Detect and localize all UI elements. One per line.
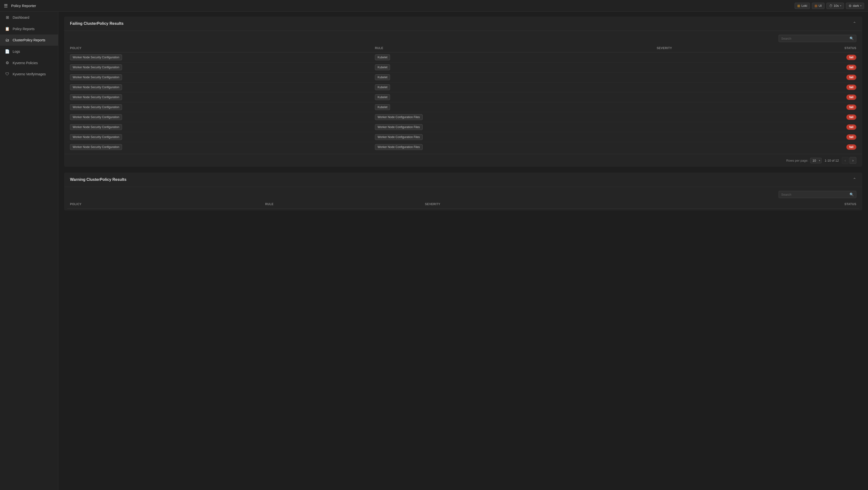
warning-col-status: Status xyxy=(660,200,859,209)
loki-label: Loki xyxy=(801,4,807,7)
rule-tag: Worker Node Configuration Files xyxy=(375,134,423,140)
clusterpolicy-reports-icon: 🗂 xyxy=(5,38,10,42)
ui-icon: ⊞ xyxy=(814,4,817,8)
status-badge: fail xyxy=(846,95,856,100)
policy-tag: Worker Node Security Configuration xyxy=(70,84,122,90)
sidebar-item-clusterpolicy-reports[interactable]: 🗂 ClusterPolicy Reports xyxy=(0,34,58,46)
warning-section: Warning ClusterPolicy Results ⌃ 🔍 Policy… xyxy=(64,173,862,211)
loki-icon: ⊞ xyxy=(797,4,800,8)
sidebar-item-dashboard[interactable]: ⊞ Dashboard xyxy=(0,12,58,23)
policy-cell: Worker Node Security Configuration xyxy=(67,92,372,102)
status-badge: fail xyxy=(846,74,856,80)
failing-pagination: Rows per page: 10 25 50 1-10 of 12 ‹ › xyxy=(64,154,862,167)
failing-search-input[interactable] xyxy=(781,37,849,40)
loki-chip[interactable]: ⊞ Loki xyxy=(795,3,810,9)
status-cell: fail xyxy=(766,62,859,72)
status-badge: fail xyxy=(846,115,856,120)
severity-cell xyxy=(654,53,766,62)
status-badge: fail xyxy=(846,104,856,110)
status-badge: fail xyxy=(846,134,856,140)
table-row: Worker Node Security Configuration Worke… xyxy=(67,142,859,152)
clock-icon: ⏱ xyxy=(829,4,833,8)
dashboard-icon: ⊞ xyxy=(5,15,10,20)
warning-section-header: Warning ClusterPolicy Results ⌃ xyxy=(64,173,862,187)
status-cell: fail xyxy=(766,92,859,102)
failing-collapse-icon[interactable]: ⌃ xyxy=(853,21,856,26)
rule-cell: Kubelet xyxy=(372,72,654,82)
policy-cell: Worker Node Security Configuration xyxy=(67,132,372,142)
policy-tag: Worker Node Security Configuration xyxy=(70,55,122,60)
severity-cell xyxy=(654,132,766,142)
interval-label: 10s xyxy=(834,4,839,7)
sidebar-item-kyverno-verifyimages[interactable]: 🛡 Kyverno VerifyImages xyxy=(0,68,58,80)
rule-tag: Worker Node Configuration Files xyxy=(375,124,423,130)
status-cell: fail xyxy=(766,112,859,122)
severity-cell xyxy=(654,72,766,82)
sidebar-item-logs[interactable]: 📄 Logs xyxy=(0,46,58,57)
content-area: Failing ClusterPolicy Results ⌃ 🔍 Policy… xyxy=(58,12,868,490)
failing-table-head: Policy Rule Severity Status xyxy=(67,44,859,53)
rule-cell: Kubelet xyxy=(372,53,654,62)
menu-icon[interactable]: ☰ xyxy=(4,3,8,8)
rule-cell: Worker Node Configuration Files xyxy=(372,112,654,122)
policy-cell: Worker Node Security Configuration xyxy=(67,62,372,72)
failing-search-icon: 🔍 xyxy=(849,36,854,40)
col-status: Status xyxy=(766,44,859,53)
policy-tag: Worker Node Security Configuration xyxy=(70,114,122,120)
warning-table: Policy Rule Severity Status xyxy=(67,200,859,209)
rows-per-page-select[interactable]: 10 25 50 xyxy=(810,158,822,163)
interval-arrow-icon: ▾ xyxy=(840,4,841,7)
rule-cell: Worker Node Configuration Files xyxy=(372,132,654,142)
policy-tag: Worker Node Security Configuration xyxy=(70,104,122,110)
sidebar-item-label-policy-reports: Policy Reports xyxy=(13,27,34,31)
prev-page-button[interactable]: ‹ xyxy=(842,157,848,164)
warning-search-icon: 🔍 xyxy=(849,192,854,196)
status-badge: fail xyxy=(846,65,856,70)
table-row: Worker Node Security Configuration Kubel… xyxy=(67,82,859,92)
status-cell: fail xyxy=(766,53,859,62)
next-page-button[interactable]: › xyxy=(849,157,856,164)
warning-col-policy: Policy xyxy=(67,200,262,209)
policy-cell: Worker Node Security Configuration xyxy=(67,112,372,122)
topbar-actions: ⊞ Loki ⊞ UI ⏱ 10s ▾ ⚙ dark ▾ xyxy=(795,3,864,9)
table-row: Worker Node Security Configuration Worke… xyxy=(67,112,859,122)
kyverno-policies-icon: ⚙ xyxy=(5,61,10,65)
sidebar-item-kyverno-policies[interactable]: ⚙ Kyverno Policies xyxy=(0,57,58,68)
rule-tag: Kubelet xyxy=(375,94,390,100)
policy-tag: Worker Node Security Configuration xyxy=(70,144,122,150)
warning-col-rule: Rule xyxy=(262,200,422,209)
severity-cell xyxy=(654,122,766,132)
rule-tag: Kubelet xyxy=(375,74,390,80)
failing-section-title: Failing ClusterPolicy Results xyxy=(70,21,124,26)
policy-tag: Worker Node Security Configuration xyxy=(70,74,122,80)
policy-tag: Worker Node Security Configuration xyxy=(70,124,122,130)
ui-chip[interactable]: ⊞ UI xyxy=(812,3,825,9)
page-nav: ‹ › xyxy=(842,157,856,164)
table-row: Worker Node Security Configuration Kubel… xyxy=(67,92,859,102)
interval-chip[interactable]: ⏱ 10s ▾ xyxy=(827,3,844,9)
kyverno-verifyimages-icon: 🛡 xyxy=(5,72,10,76)
status-badge: fail xyxy=(846,55,856,60)
theme-chip[interactable]: ⚙ dark ▾ xyxy=(846,3,864,9)
status-badge: fail xyxy=(846,144,856,150)
rule-cell: Kubelet xyxy=(372,92,654,102)
rows-per-page-label: Rows per page: xyxy=(786,159,808,162)
app-title: Policy Reporter xyxy=(11,4,795,8)
sidebar-item-label-logs: Logs xyxy=(13,50,20,54)
rule-cell: Kubelet xyxy=(372,62,654,72)
sidebar: ⊞ Dashboard 📋 Policy Reports 🗂 ClusterPo… xyxy=(0,12,58,490)
table-row: Worker Node Security Configuration Kubel… xyxy=(67,72,859,82)
status-badge: fail xyxy=(846,124,856,130)
warning-table-wrapper: Policy Rule Severity Status xyxy=(64,200,862,211)
main-layout: ⊞ Dashboard 📋 Policy Reports 🗂 ClusterPo… xyxy=(0,12,868,490)
sidebar-item-policy-reports[interactable]: 📋 Policy Reports xyxy=(0,23,58,34)
rule-cell: Worker Node Configuration Files xyxy=(372,142,654,152)
warning-search-input[interactable] xyxy=(781,193,849,196)
rule-tag: Kubelet xyxy=(375,64,390,70)
sidebar-item-label-kyverno-policies: Kyverno Policies xyxy=(13,61,38,65)
policy-cell: Worker Node Security Configuration xyxy=(67,82,372,92)
table-row: Worker Node Security Configuration Worke… xyxy=(67,132,859,142)
failing-table-wrapper: Policy Rule Severity Status Worker Node … xyxy=(64,44,862,154)
warning-collapse-icon[interactable]: ⌃ xyxy=(853,177,856,182)
status-cell: fail xyxy=(766,82,859,92)
